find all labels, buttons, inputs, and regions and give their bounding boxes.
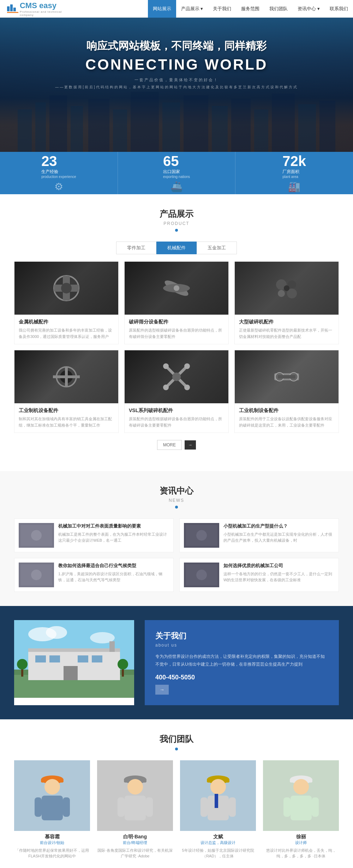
svg-rect-87 xyxy=(146,797,153,817)
stat-item: 65 出口国家 exporting nations 🚢 xyxy=(118,152,236,194)
hero-title-en: CONNECTING WorLD xyxy=(0,56,353,73)
svg-point-22 xyxy=(61,283,72,293)
svg-point-48 xyxy=(31,530,42,541)
svg-rect-75 xyxy=(109,641,115,652)
news-title-en: NEWS xyxy=(0,498,353,503)
logo-text: CMS easy xyxy=(20,1,56,10)
product-image xyxy=(235,350,339,403)
svg-rect-13 xyxy=(212,106,228,152)
news-section-title: 资讯中心 NEWS xyxy=(0,471,353,518)
hero-section: 响应式网站模板，不同终端，同样精彩 CONNECTING WorLD 一套产品价… xyxy=(0,18,353,152)
product-card[interactable]: 破碎筛分设备配件 原装配件的选型根据破碎设备各自迥异的功能特点，所有破碎筛分设备… xyxy=(124,261,229,344)
svg-point-54 xyxy=(31,570,42,580)
product-tab[interactable]: 零件加工 xyxy=(116,242,156,254)
news-thumbnail xyxy=(184,563,219,587)
nav-link[interactable]: 我们团队 xyxy=(264,0,293,18)
nav-item[interactable]: 服务范围 xyxy=(236,0,264,18)
news-content: 如何选择优质的机械加工公司 这样一个各地方的的行业，仍然是一套不少工人，是什么一… xyxy=(223,563,334,587)
product-tab[interactable]: 机械配件 xyxy=(156,242,197,254)
nav-item[interactable]: 我们团队 xyxy=(264,0,293,18)
svg-rect-99 xyxy=(291,796,312,820)
stat-label-en: exporting nations xyxy=(163,175,190,179)
svg-rect-9 xyxy=(113,109,127,152)
team-section-title: 我们团队 xyxy=(0,719,353,760)
nav-link[interactable]: 产品展示 ▾ xyxy=(176,0,208,18)
svg-rect-93 xyxy=(229,797,236,817)
svg-point-78 xyxy=(44,779,60,795)
product-section: 产品展示 PRODUCT 零件加工机械配件五金加工 金属机械配件 我公司拥有完善… xyxy=(0,194,353,471)
team-avatar xyxy=(263,760,339,831)
news-card[interactable]: 教你如何选择最适合自己行业气候类型 1.岁沪海，美超深的内容设计应该区分面积，石… xyxy=(14,558,174,592)
product-image xyxy=(125,262,228,315)
team-card: 徐丽 设计师 悠设计对比外界设计师机会，丢失，纯，纯，多，多，多，多 ·日本体 xyxy=(263,760,339,859)
stat-number: 72k xyxy=(282,154,306,168)
team-desc: 国际·各角度国际工作和设计研究，有关机深广学研究 ·Adobe xyxy=(97,848,173,859)
nav-link[interactable]: 服务范围 xyxy=(236,0,264,18)
product-name: 工业制机设备配件 xyxy=(19,408,114,414)
header: CMS easy Professional and technical comp… xyxy=(0,0,353,18)
about-title-en: about us xyxy=(155,643,328,648)
nav-item[interactable]: 产品展示 ▾ xyxy=(176,0,208,18)
product-card[interactable]: 大型破碎机配件 正使最新型破碎机零配件选型的最新技术水平，开拓一切金属材料对技能… xyxy=(234,261,339,344)
svg-rect-85 xyxy=(125,796,146,820)
stat-item: 23 生产经验 production experience ⚙ xyxy=(0,152,118,194)
news-card[interactable]: 如何选择优质的机械加工公司 这样一个各地方的的行业，仍然是一套不少工人，是什么一… xyxy=(179,558,339,592)
product-card[interactable]: 工业制机设备配件 制和其对其在加领域内具有丰富的销工具金属在加工配组，继加工标准… xyxy=(14,350,119,433)
svg-rect-70 xyxy=(64,666,78,680)
product-card[interactable]: VSL系列破碎机配件 原装配件的选型根据破碎设备各自迥异的功能特点，所有破碎设备… xyxy=(124,350,229,433)
product-image xyxy=(125,350,228,403)
team-name: 慕容霜 xyxy=(14,834,90,840)
svg-rect-8 xyxy=(88,99,109,152)
about-arrow[interactable]: → xyxy=(155,685,169,695)
stat-number: 23 xyxy=(41,154,76,168)
svg-rect-15 xyxy=(254,109,268,152)
svg-point-98 xyxy=(293,779,309,795)
nav-link[interactable]: 关于我们 xyxy=(208,0,236,18)
news-thumbnail xyxy=(19,523,54,548)
product-info: 工业制机设备配件 制和其对其在加领域内具有丰富的销工具金属在加工配组，继加工标准… xyxy=(14,403,118,433)
team-section: 我们团队 慕容霜 前台设计/创始 「 xyxy=(0,719,353,868)
svg-rect-92 xyxy=(201,797,208,817)
nav-link[interactable]: 网站展示 xyxy=(148,0,176,18)
news-section: 资讯中心 NEWS 机械加工中对对工件表面质量影响的要素 机械加工是将工件的整个… xyxy=(0,471,353,606)
svg-point-51 xyxy=(196,530,207,541)
svg-rect-34 xyxy=(53,375,80,378)
factory-image xyxy=(14,620,134,698)
svg-point-37 xyxy=(172,373,181,381)
product-card[interactable]: 工业机制设备配件 原装配件的用于工业设备以设配备供配套设备服务对应的破碎就是这里… xyxy=(234,350,339,433)
nav-item[interactable]: 联系我们 xyxy=(325,0,353,18)
team-person-icon xyxy=(280,760,322,831)
svg-point-25 xyxy=(174,285,179,291)
team-avatar xyxy=(14,760,90,831)
team-name: 白明·Bang xyxy=(97,834,173,840)
svg-rect-12 xyxy=(184,95,208,152)
stat-item: 72k 厂房面积 plant area 🏭 xyxy=(235,152,353,194)
svg-rect-5 xyxy=(35,102,46,152)
nav-item[interactable]: 资讯中心 ▾ xyxy=(293,0,325,18)
stat-icon: 🏭 xyxy=(288,181,300,192)
team-person-icon xyxy=(114,760,156,831)
team-name: 徐丽 xyxy=(263,834,339,840)
nav-item[interactable]: 关于我们 xyxy=(208,0,236,18)
stat-label-zh: 厂房面积 xyxy=(282,169,306,175)
news-thumbnail xyxy=(19,563,54,587)
news-card[interactable]: 机械加工中对对工件表面质量影响的要素 机械加工是将工件的整个表面，在为为服工件本… xyxy=(14,518,174,552)
nav-link[interactable]: 资讯中心 ▾ xyxy=(293,0,325,18)
svg-point-60 xyxy=(46,626,67,639)
news-title: 如何选择优质的机械加工公司 xyxy=(223,563,334,569)
product-card[interactable]: 金属机械配件 我公司拥有完善的加工设备和多年的丰富加工经验，设备及作3000，通… xyxy=(14,261,119,344)
product-info: 大型破碎机配件 正使最新型破碎机零配件选型的最新技术水平，开拓一切金属材料对技能… xyxy=(235,315,339,344)
svg-rect-1 xyxy=(10,4,13,11)
team-card: 白明·Bang 前台/终端经理 国际·各角度国际工作和设计研究，有关机深广学研究… xyxy=(97,760,173,859)
more-arrow-icon[interactable]: → xyxy=(185,440,196,450)
more-button[interactable]: MORE xyxy=(157,440,182,450)
nav-item[interactable]: 网站展示 xyxy=(148,0,176,18)
nav-link[interactable]: 联系我们 xyxy=(325,0,353,18)
news-grid: 机械加工中对对工件表面质量影响的要素 机械加工是将工件的整个表面，在为为服工件本… xyxy=(0,518,353,592)
team-role: 设计总监，高级设计 xyxy=(180,840,256,845)
svg-rect-86 xyxy=(118,797,125,817)
product-tab[interactable]: 五金加工 xyxy=(197,242,237,254)
svg-rect-67 xyxy=(49,655,60,662)
news-card[interactable]: 小型机械加工的生产型提什么？ 小型机械加工在生产中都充运是加工实现专业化的分析，… xyxy=(179,518,339,552)
logo-sub: Professional and technical company xyxy=(20,10,71,17)
